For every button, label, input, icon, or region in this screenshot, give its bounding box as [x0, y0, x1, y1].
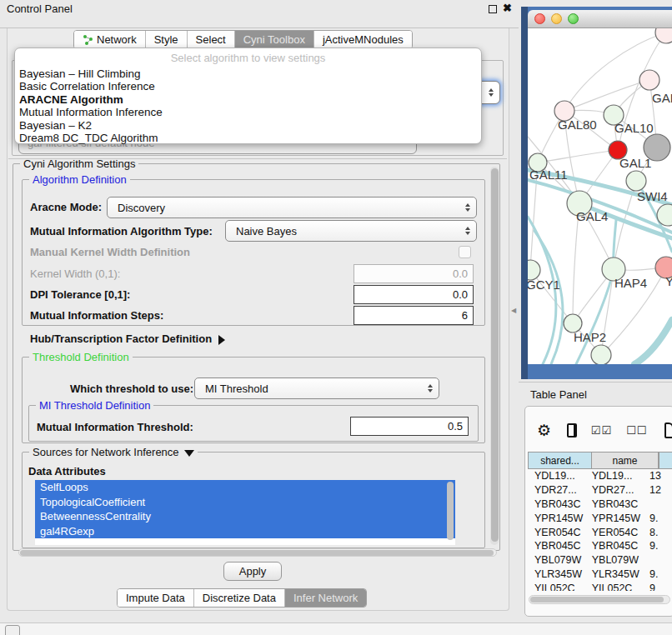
network-window-titlebar[interactable]: [528, 10, 672, 28]
node-label-gcy1: GCY1: [528, 278, 560, 292]
table-cell: 9.: [644, 568, 672, 580]
status-strip: [0, 622, 672, 635]
table-panel: ⚙ ☑☑ ☐☐ shared...name YDL19...YDL19...13…: [524, 406, 672, 617]
split-pane-handle-icon[interactable]: ◀: [511, 306, 518, 316]
tab-cyni-toolbox[interactable]: Cyni Toolbox: [235, 31, 314, 48]
cyni-mode-tabbar: Impute DataDiscretize DataInfer Network: [117, 588, 367, 608]
node-label-gal: GAL: [652, 91, 672, 105]
network-node-swi4[interactable]: [626, 171, 646, 191]
aracne-mode-label: Aracne Mode:: [30, 201, 102, 213]
algorithm-option-basic-correlation-inference[interactable]: Basic Correlation Inference: [15, 80, 481, 92]
table-row[interactable]: YDL19...YDL19...13: [528, 469, 672, 483]
attribute-item-selfloops[interactable]: SelfLoops: [35, 480, 455, 495]
select-all-checks-icon[interactable]: ☑☑: [591, 424, 612, 437]
algorithm-option-aracne-algorithm[interactable]: ARACNE Algorithm: [15, 93, 481, 106]
node-label-hap4: HAP4: [614, 276, 647, 290]
minimize-traffic-icon[interactable]: [551, 13, 562, 24]
zoom-traffic-icon[interactable]: [568, 13, 579, 24]
tab-style[interactable]: Style: [146, 31, 188, 48]
tab-infer-network[interactable]: Infer Network: [285, 589, 366, 607]
mi-threshold-input[interactable]: 0.5: [350, 417, 469, 436]
apply-button[interactable]: Apply: [223, 562, 282, 581]
node-label-gal4: GAL4: [576, 209, 608, 223]
tab-jactivemnodules[interactable]: jActiveMNodules: [314, 31, 412, 48]
table-cell: YBL079W: [528, 554, 585, 566]
tab-discretize-data[interactable]: Discretize Data: [194, 589, 285, 607]
combo-arrows-icon: [428, 384, 433, 392]
tab-network[interactable]: Network: [74, 31, 146, 48]
tab-impute-data[interactable]: Impute Data: [118, 589, 194, 607]
sources-title[interactable]: Sources for Network Inference: [29, 446, 198, 458]
table-row[interactable]: YER054CYER054C8.: [528, 525, 672, 539]
algorithm-popup-placeholder: Select algorithm to view settings: [15, 52, 481, 68]
table-row[interactable]: YBR045CYBR045C9.: [528, 539, 672, 553]
attribute-item-topologicalcoefficient[interactable]: TopologicalCoefficient: [35, 495, 455, 510]
network-node[interactable]: [655, 28, 672, 43]
table-cell: 9: [644, 582, 672, 591]
table-row[interactable]: YIL052CYIL052C9: [528, 581, 672, 591]
attribute-item-betweennesscentrality[interactable]: BetweennessCentrality: [35, 509, 455, 524]
aracne-mode-value: Discovery: [118, 202, 165, 214]
algorithm-popup-list: Bayesian – Hill ClimbingBasic Correlatio…: [15, 68, 481, 144]
table-row[interactable]: YBL079WYBL079W: [528, 553, 672, 568]
column-header-name[interactable]: name: [592, 452, 659, 469]
table-row[interactable]: YLR345WYLR345W9.: [528, 568, 672, 582]
column-header-shared[interactable]: shared...: [528, 452, 592, 469]
gear-icon[interactable]: ⚙: [537, 421, 551, 440]
network-canvas[interactable]: GALGAL80GAL10GAL1GAL11SWI4GAL4GCY1HAP4YH…: [528, 28, 672, 364]
float-panel-icon[interactable]: [489, 5, 497, 13]
mi-steps-input[interactable]: 6: [354, 306, 474, 325]
algorithm-option-dream8-dc-tdc-algorithm[interactable]: Dream8 DC_TDC Algorithm: [15, 132, 481, 144]
which-threshold-combobox[interactable]: MI Threshold: [194, 378, 439, 399]
close-icon[interactable]: ✖: [503, 2, 512, 14]
columns-icon[interactable]: [567, 423, 577, 438]
dpi-tolerance-input[interactable]: 0.0: [354, 285, 474, 304]
node-label-hap2: HAP2: [574, 330, 606, 344]
table-cell: YLR345W: [585, 568, 644, 580]
which-threshold-value: MI Threshold: [205, 382, 268, 395]
settings-hscrollbar[interactable]: [18, 548, 497, 557]
table-row[interactable]: YDR27...YDR27...12: [528, 483, 672, 498]
table-row[interactable]: YBR043CYBR043C: [528, 498, 672, 512]
mi-type-combobox[interactable]: Naive Bayes: [225, 220, 477, 242]
section-divider: [8, 158, 507, 159]
algorithm-option-mutual-information-inference[interactable]: Mutual Information Inference: [15, 106, 481, 118]
document-icon[interactable]: [664, 422, 672, 438]
attributes-scrollbar[interactable]: [447, 482, 454, 540]
control-panel-tabbar: NetworkStyleSelectCyni ToolboxjActiveMNo…: [73, 30, 413, 49]
table-panel-title: Table Panel: [530, 388, 587, 401]
network-edge: [534, 231, 563, 364]
close-traffic-icon[interactable]: [534, 13, 545, 24]
panel-corner-icon[interactable]: [5, 625, 20, 635]
table-cell: YBR045C: [528, 540, 585, 552]
network-node[interactable]: [591, 345, 611, 364]
kernel-width-input: 0.0: [354, 264, 474, 283]
settings-scrollbar[interactable]: [490, 167, 499, 545]
data-attributes-list[interactable]: SelfLoopsTopologicalCoefficientBetweenne…: [35, 480, 455, 545]
algorithm-option-bayesian-k2[interactable]: Bayesian – K2: [15, 119, 481, 132]
deselect-all-checks-icon[interactable]: ☐☐: [626, 424, 647, 437]
control-panel-title: Control Panel: [7, 2, 73, 15]
column-header-2[interactable]: [659, 452, 672, 469]
table-toolbar: ⚙ ☑☑ ☐☐: [525, 413, 672, 447]
tab-label: Select: [196, 33, 226, 46]
table-cell: YPR145W: [528, 512, 585, 524]
network-node-gal[interactable]: [639, 70, 659, 90]
table-hscrollbar[interactable]: [529, 595, 670, 604]
combo-arrows-icon: [465, 203, 470, 212]
table-cell: YPR145W: [585, 512, 644, 524]
mi-type-value: Naive Bayes: [236, 225, 297, 238]
table-cell: YDL19...: [528, 470, 585, 482]
aracne-mode-combobox[interactable]: Discovery: [107, 197, 477, 218]
threshold-definition-title: Threshold Definition: [29, 351, 133, 363]
node-label-y: Y: [665, 274, 672, 288]
attribute-item-gal4rgexp[interactable]: gal4RGexp: [35, 524, 455, 539]
node-label-gal11: GAL11: [529, 168, 568, 182]
data-attributes-label: Data Attributes: [28, 465, 106, 478]
table-row[interactable]: YPR145WYPR145W9.: [528, 511, 672, 525]
tab-label: Impute Data: [126, 592, 185, 604]
hub-definition-toggle[interactable]: Hub/Transcription Factor Definition: [30, 332, 225, 345]
algorithm-option-bayesian-hill-climbing[interactable]: Bayesian – Hill Climbing: [15, 68, 481, 80]
table-cell: YBR043C: [585, 498, 644, 510]
tab-select[interactable]: Select: [188, 31, 235, 48]
